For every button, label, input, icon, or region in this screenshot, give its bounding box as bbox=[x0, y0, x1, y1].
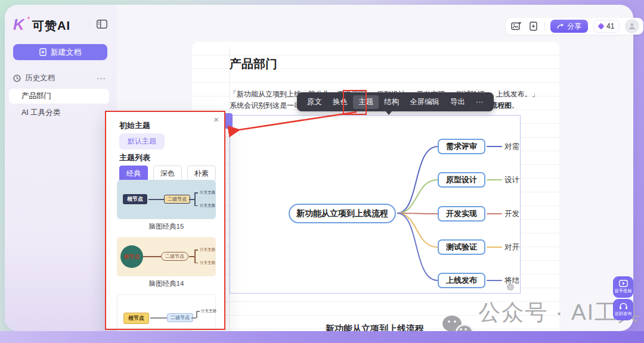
doc-text: 。 bbox=[512, 101, 519, 110]
mini-second-node: 二级节点 bbox=[164, 195, 190, 204]
logo-k-icon: K bbox=[13, 15, 24, 34]
divider bbox=[544, 22, 545, 30]
default-theme-chip[interactable]: 默认主题 bbox=[119, 133, 165, 149]
toolbar-fullscreen[interactable]: 全屏编辑 bbox=[404, 95, 445, 109]
mini-connector bbox=[194, 250, 196, 263]
branch-sub-text: 设计 bbox=[504, 175, 521, 185]
branch-connector bbox=[487, 247, 502, 248]
mini-connector bbox=[143, 256, 161, 257]
save-doc-icon[interactable] bbox=[527, 20, 539, 32]
toolbar-structure[interactable]: 结构 bbox=[379, 95, 404, 109]
mini-connector bbox=[194, 192, 198, 194]
theme-card-classic15[interactable]: 根节点 二级节点 分支主题 分支主题 bbox=[117, 180, 216, 219]
theme-list-label: 主题列表 bbox=[119, 152, 150, 163]
tab-dark[interactable]: 深色 bbox=[153, 166, 182, 182]
user-avatar[interactable] bbox=[625, 19, 639, 33]
tab-classic[interactable]: 经典 bbox=[119, 166, 148, 182]
sidebar-item-label: AI 工具分类 bbox=[21, 108, 60, 118]
mini-second-node: 二级节点 bbox=[167, 313, 193, 322]
toolbar-caret bbox=[385, 111, 392, 115]
app-logo-text: 可赞AI bbox=[32, 18, 70, 34]
beginner-video-button[interactable]: 新手视频 bbox=[613, 276, 633, 298]
new-doc-label: 新建文档 bbox=[51, 47, 82, 58]
toolbar-more-icon[interactable]: ··· bbox=[470, 96, 489, 108]
mindmap-node-development[interactable]: 开发实现 bbox=[438, 206, 485, 222]
mini-branch-label: 分支主题 bbox=[201, 308, 216, 314]
mini-connector bbox=[194, 192, 196, 206]
video-play-icon bbox=[619, 280, 628, 287]
toolbar-export[interactable]: 导出 bbox=[445, 95, 470, 109]
float-button-label: 进群咨询 bbox=[615, 311, 632, 317]
history-more-icon[interactable]: ··· bbox=[97, 74, 107, 83]
theme-name: 脑图经典14 bbox=[106, 279, 225, 288]
doc-plus-icon bbox=[39, 48, 47, 56]
theme-panel: × 初始主题 默认主题 主题列表 经典 深色 朴素 根节点 二级节点 分支主题 … bbox=[105, 111, 225, 330]
sidebar-collapse-icon[interactable] bbox=[97, 20, 107, 31]
mini-connector bbox=[189, 199, 194, 200]
initial-theme-label: 初始主题 bbox=[119, 120, 150, 131]
theme-card-partial[interactable]: 根节点 二级节点 分支主题 bbox=[117, 294, 216, 330]
branch-connector bbox=[487, 179, 502, 180]
mini-branch-label: 分支主题 bbox=[200, 203, 215, 208]
top-action-bar: 分享 41 bbox=[506, 18, 643, 35]
sidebar-item-ai-tools[interactable]: AI 工具分类 bbox=[9, 105, 109, 120]
mini-branch-label: 分支主题 bbox=[200, 260, 215, 266]
export-image-icon[interactable] bbox=[510, 20, 522, 32]
clock-icon bbox=[13, 74, 21, 82]
mini-connector bbox=[194, 205, 198, 207]
mini-branch-label: 分支主题 bbox=[200, 247, 215, 252]
points-badge[interactable]: 41 bbox=[593, 20, 620, 33]
sidebar-item-product-dept[interactable]: 产品部门 bbox=[9, 89, 109, 104]
bottom-gradient-bar bbox=[0, 331, 644, 343]
annotation-red-box bbox=[343, 90, 367, 115]
headset-icon bbox=[619, 303, 628, 310]
mini-second-node: 二级节点 bbox=[161, 252, 188, 261]
mindmap-node-requirements[interactable]: 需求评审 bbox=[438, 139, 485, 154]
page-title: 产品部门 bbox=[230, 56, 277, 72]
share-arrow-icon bbox=[557, 23, 564, 29]
mindmap-root-node[interactable]: 新功能从立项到上线流程 bbox=[289, 204, 396, 223]
theme-card-classic14[interactable]: 根节点 二级节点 分支主题 分支主题 bbox=[117, 237, 216, 276]
join-group-button[interactable]: 进群咨询 bbox=[613, 299, 633, 320]
diamond-icon bbox=[597, 23, 604, 29]
history-section: 历史文档 ··· bbox=[13, 73, 106, 83]
branch-connector bbox=[487, 146, 502, 147]
close-icon[interactable]: × bbox=[213, 114, 219, 124]
new-doc-button[interactable]: 新建文档 bbox=[13, 44, 107, 60]
mini-connector bbox=[148, 199, 164, 200]
theme-name: 脑图经典15 bbox=[106, 222, 225, 231]
mini-connector bbox=[194, 263, 198, 264]
share-label: 分享 bbox=[567, 21, 581, 32]
share-button[interactable]: 分享 bbox=[550, 20, 588, 33]
toolbar-original[interactable]: 原文 bbox=[302, 95, 327, 109]
mini-connector bbox=[196, 311, 197, 318]
mini-branch-label: 分支主题 bbox=[200, 190, 215, 195]
sidebar-item-label: 产品部门 bbox=[21, 91, 51, 101]
points-value: 41 bbox=[606, 22, 614, 30]
branch-sub-text: 开发 bbox=[504, 209, 521, 219]
history-label: 历史文档 bbox=[25, 73, 55, 83]
branch-connector bbox=[487, 280, 502, 281]
mindmap-canvas[interactable]: 新功能从立项到上线流程 需求评审 原型设计 开发实现 测试验证 上线发布 对需 … bbox=[230, 115, 521, 294]
float-button-label: 新手视频 bbox=[615, 288, 632, 294]
mini-connector bbox=[191, 317, 196, 319]
mini-root-node: 根节点 bbox=[123, 313, 149, 324]
mini-connector bbox=[189, 256, 194, 257]
branch-sub-text: 对开 bbox=[504, 242, 521, 252]
mindmap-node-prototype[interactable]: 原型设计 bbox=[438, 172, 485, 188]
branch-sub-text: 对需 bbox=[504, 142, 521, 152]
theme-tabs: 经典 深色 朴素 bbox=[119, 166, 216, 182]
mini-root-node: 根节点 bbox=[123, 194, 147, 204]
mindmap-node-release[interactable]: 上线发布 bbox=[438, 273, 485, 288]
mindmap-toolbar: 原文 换色 主题 结构 全屏编辑 导出 ··· bbox=[297, 92, 494, 111]
tab-plain[interactable]: 朴素 bbox=[187, 166, 216, 182]
branch-connector bbox=[487, 213, 502, 214]
mindmap-node-testing[interactable]: 测试验证 bbox=[438, 239, 485, 255]
info-icon[interactable]: i bbox=[507, 283, 514, 291]
mini-connector bbox=[196, 311, 200, 312]
mini-root-node: 根节点 bbox=[120, 245, 143, 268]
mini-connector bbox=[194, 250, 198, 251]
mini-connector bbox=[150, 317, 167, 319]
